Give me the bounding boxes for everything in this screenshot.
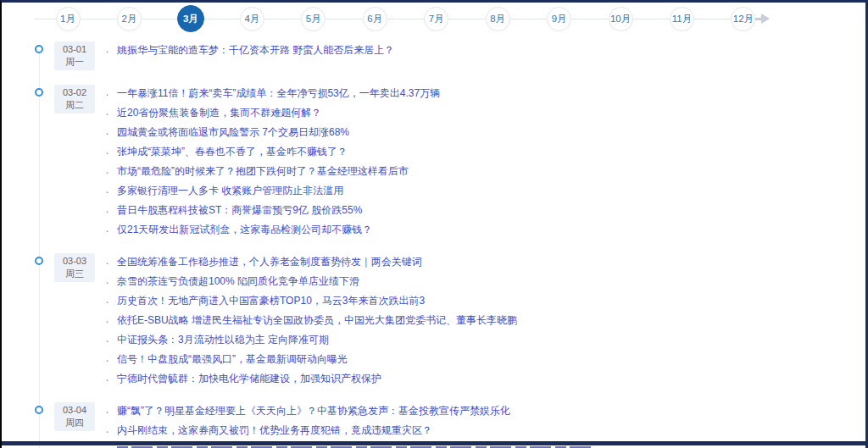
month-tab-8[interactable]: 8月	[486, 7, 510, 31]
month-tab-label: 2月	[121, 13, 136, 25]
news-item: · 宁德时代曾毓群：加快电化学储能建设，加强知识产权保护	[105, 369, 865, 389]
bullet-icon: ·	[105, 369, 109, 389]
news-link[interactable]: 张坤成“菜菜坤”、春春也不香了，基金咋不赚钱了？	[117, 145, 348, 159]
bullet-icon: ·	[105, 350, 109, 369]
news-link[interactable]: 信号！中盘股成“最强风口”，基金最新调研动向曝光	[117, 352, 348, 367]
date-label: 03-02	[54, 86, 95, 99]
news-link[interactable]: 仅21天研发出新冠试剂盒，这家毒品检测公司却不赚钱？	[117, 223, 372, 237]
bullet-icon: ·	[105, 103, 109, 123]
bullet-icon: ·	[105, 201, 109, 220]
news-link[interactable]: 历史首次！无地产商进入中国富豪榜TOP10，马云3年来首次跌出前3	[117, 294, 425, 308]
month-tab-1[interactable]: 1月	[56, 7, 81, 31]
timeline-node-icon	[35, 406, 43, 414]
month-tab-label: 7月	[429, 13, 444, 25]
month-tab-3[interactable]: 3月	[177, 5, 204, 32]
news-item: · 信号！中盘股成“最强风口”，基金最新调研动向曝光	[105, 350, 865, 369]
month-tab-label: 4月	[244, 13, 259, 25]
month-tab-12[interactable]: 12月	[731, 7, 755, 31]
news-list: · 姚振华与宝能的造车梦：千亿资本开路 野蛮人能否后来居上？	[105, 41, 865, 60]
news-item: · 依托E-SBU战略 增进民生福祉专访全国政协委员，中国光大集团党委书记、董事…	[105, 311, 865, 330]
month-tab-6[interactable]: 6月	[363, 7, 387, 31]
month-tab-5[interactable]: 5月	[301, 7, 326, 31]
timeline-group: 03-02 周二 · 一年暴涨11倍！蔚来“卖车”成绩单：全年净亏损53亿，一年…	[2, 84, 865, 240]
news-item: · 园城黄金或将面临退市风险警示 7个交易日却涨68%	[105, 123, 865, 142]
news-link[interactable]: 园城黄金或将面临退市风险警示 7个交易日却涨68%	[117, 125, 349, 140]
month-tab-4[interactable]: 4月	[240, 7, 264, 31]
news-list: · 全国统筹准备工作稳步推进，个人养老金制度蓄势待发｜两会关键词 · 奈雪的茶连…	[105, 252, 865, 389]
news-link[interactable]: 市场“最危险”的时候来了？抱团下跌何时了？基金经理这样看后市	[117, 164, 409, 179]
date-badge: 03-04 周四	[54, 402, 95, 431]
news-link[interactable]: 中证报头条：3月流动性以稳为主 定向降准可期	[117, 333, 329, 347]
news-item: · 市场“最危险”的时候来了？抱团下跌何时了？基金经理这样看后市	[105, 162, 865, 181]
news-list: · 一年暴涨11倍！蔚来“卖车”成绩单：全年净亏损53亿，一年卖出4.37万辆 …	[105, 84, 865, 240]
timeline-list: 03-01 周一 · 姚振华与宝能的造车梦：千亿资本开路 野蛮人能否后来居上？ …	[2, 41, 865, 448]
month-tab-label: 9月	[552, 13, 567, 25]
news-link[interactable]: 全国统筹准备工作稳步推进，个人养老金制度蓄势待发｜两会关键词	[117, 255, 422, 269]
news-link[interactable]: 依托E-SBU战略 增进民生福祉专访全国政协委员，中国光大集团党委书记、董事长李…	[117, 313, 517, 328]
news-link[interactable]: 赚“飘”了？明星基金经理要上《天天向上》？中基协紧急发声：基金投教宣传严禁娱乐化	[117, 404, 510, 418]
weekday-label: 周二	[54, 99, 95, 112]
news-link[interactable]: 姚振华与宝能的造车梦：千亿资本开路 野蛮人能否后来居上？	[117, 43, 394, 58]
bullet-icon: ·	[105, 181, 109, 201]
news-item: · 近20省份聚焦装备制造，集而不群难题何解？	[105, 103, 865, 123]
month-tab-label: 1月	[60, 13, 75, 25]
news-link[interactable]: 近20省份聚焦装备制造，集而不群难题何解？	[117, 106, 321, 120]
date-label: 03-04	[54, 404, 95, 417]
bullet-icon: ·	[105, 401, 109, 421]
arrow-right-icon[interactable]	[761, 14, 770, 24]
month-tab-label: 10月	[610, 13, 631, 25]
weekday-label: 周三	[54, 268, 95, 280]
date-label: 03-01	[54, 43, 95, 56]
bullet-icon: ·	[105, 123, 109, 142]
news-item: · 多家银行清理一人多卡 收紧账户管理防止非法滥用	[105, 181, 865, 201]
bullet-icon: ·	[105, 272, 109, 291]
news-item: · 历史首次！无地产商进入中国富豪榜TOP10，马云3年来首次跌出前3	[105, 291, 865, 311]
news-item: · 奈雪的茶连亏负债超100% 陷同质化竞争单店业绩下滑	[105, 272, 865, 291]
month-tab-label: 12月	[733, 13, 754, 25]
news-item: · 内斗刚结束，这家券商又被罚！优势业务再度犯错，竟成违规重灾区？	[105, 421, 865, 440]
month-nav: 1月 2月 3月 4月 5月 6月 7月 8月 9月 10月 11月 12月	[2, 3, 865, 36]
news-item: · 姚振华与宝能的造车梦：千亿资本开路 野蛮人能否后来居上？	[105, 41, 865, 60]
timeline-group: 03-01 周一 · 姚振华与宝能的造车梦：千亿资本开路 野蛮人能否后来居上？	[2, 41, 865, 71]
month-tab-label: 8月	[490, 13, 505, 25]
month-tab-label: 5月	[306, 13, 321, 25]
news-link[interactable]: 多家银行清理一人多卡 收紧账户管理防止非法滥用	[117, 184, 343, 198]
bullet-icon: ·	[105, 252, 109, 272]
month-tab-label: 11月	[672, 13, 692, 25]
weekday-label: 周四	[54, 417, 95, 429]
month-tab-label: 3月	[183, 13, 198, 25]
month-tab-10[interactable]: 10月	[609, 7, 633, 31]
news-item: · 仅21天研发出新冠试剂盒，这家毒品检测公司却不赚钱？	[105, 220, 865, 240]
date-badge: 03-02 周二	[54, 85, 95, 113]
news-link[interactable]: 奈雪的茶连亏负债超100% 陷同质化竞争单店业绩下滑	[117, 274, 359, 289]
date-badge: 03-03 周三	[54, 253, 95, 282]
news-item: · 赚“飘”了？明星基金经理要上《天天向上》？中基协紧急发声：基金投教宣传严禁娱…	[105, 401, 865, 421]
month-tab-label: 6月	[367, 13, 382, 25]
month-tab-9[interactable]: 9月	[547, 7, 571, 31]
month-tab-11[interactable]: 11月	[670, 7, 694, 31]
bullet-icon: ·	[105, 330, 109, 350]
month-tab-2[interactable]: 2月	[117, 7, 142, 31]
bullet-icon: ·	[105, 311, 109, 330]
timeline-group: 03-03 周三 · 全国统筹准备工作稳步推进，个人养老金制度蓄势待发｜两会关键…	[2, 252, 865, 389]
bullet-icon: ·	[105, 41, 109, 60]
bullet-icon: ·	[105, 421, 109, 440]
weekday-label: 周一	[54, 56, 95, 69]
timeline-node-icon	[35, 257, 43, 265]
news-link[interactable]: 昔日牛股惠程科技被ST：商誉爆雷预亏9亿 股价跌55%	[117, 203, 362, 218]
bullet-icon: ·	[105, 142, 109, 162]
news-item: · 一年暴涨11倍！蔚来“卖车”成绩单：全年净亏损53亿，一年卖出4.37万辆	[105, 84, 865, 103]
date-badge: 03-01 周一	[54, 41, 95, 70]
bullet-icon: ·	[105, 291, 109, 311]
bullet-icon: ·	[105, 162, 109, 181]
news-link[interactable]: 内斗刚结束，这家券商又被罚！优势业务再度犯错，竟成违规重灾区？	[117, 423, 432, 438]
timeline-node-icon	[35, 88, 43, 97]
app-window: 1月 2月 3月 4月 5月 6月 7月 8月 9月 10月 11月 12月 0…	[0, 0, 868, 448]
news-link[interactable]: 一年暴涨11倍！蔚来“卖车”成绩单：全年净亏损53亿，一年卖出4.37万辆	[117, 86, 440, 101]
nav-line	[34, 19, 754, 19]
month-tab-7[interactable]: 7月	[424, 7, 448, 31]
news-link[interactable]: 宁德时代曾毓群：加快电化学储能建设，加强知识产权保护	[117, 372, 381, 386]
news-item: · 中证报头条：3月流动性以稳为主 定向降准可期	[105, 330, 865, 350]
bottom-border	[2, 441, 865, 445]
news-item: · 全国统筹准备工作稳步推进，个人养老金制度蓄势待发｜两会关键词	[105, 252, 865, 272]
